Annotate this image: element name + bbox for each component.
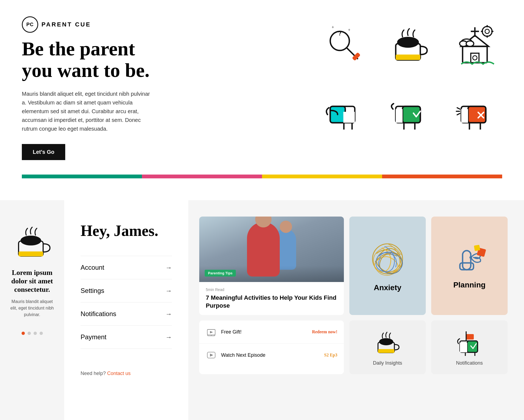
- mailbox-cyan-icon: [322, 87, 366, 131]
- svg-text:+: +: [332, 25, 334, 29]
- svg-rect-35: [468, 106, 486, 123]
- svg-rect-52: [474, 245, 480, 251]
- figure-adult: [247, 222, 280, 277]
- svg-point-23: [466, 41, 474, 46]
- sidebar-tagline: Lorem ipsum dolor sit amet consectetur.: [8, 268, 56, 294]
- mailbox-green-icon: [388, 87, 431, 131]
- svg-rect-26: [343, 112, 355, 123]
- redeem-badge[interactable]: Redeem now!: [312, 329, 337, 334]
- nav-account-arrow: →: [165, 264, 172, 271]
- greeting: Hey, James.: [81, 222, 172, 239]
- parenting-badge: Parenting Tips: [205, 270, 236, 277]
- feature-extras: Free Gift! Redeem now! Watch Next Episod…: [199, 320, 344, 374]
- mailbox-orange-icon: [453, 87, 497, 131]
- feature-card[interactable]: Parenting Tips 5min Read 7 Meaningful Ac…: [199, 217, 344, 315]
- svg-point-8: [397, 37, 419, 48]
- nav-payment[interactable]: Payment →: [81, 326, 172, 349]
- nav-notifications-arrow: →: [165, 310, 172, 318]
- center-nav: Hey, James. Account → Settings → Notific…: [64, 200, 188, 420]
- icon-cell-6: [448, 82, 502, 136]
- svg-point-14: [473, 56, 477, 60]
- icon-cell-3: [448, 16, 502, 71]
- daily-insights-icon: [374, 329, 401, 356]
- svg-rect-13: [471, 53, 479, 63]
- svg-text:+: +: [348, 28, 350, 32]
- feature-card-image: Parenting Tips: [199, 217, 344, 282]
- notifications-icon: [456, 329, 483, 356]
- daily-label: Daily Insights: [373, 360, 402, 366]
- anxiety-ball-icon: [368, 240, 407, 278]
- nav-payment-arrow: →: [165, 334, 172, 341]
- church-icon: [453, 22, 497, 65]
- svg-rect-48: [463, 251, 471, 270]
- icon-cell-4: [317, 82, 371, 136]
- top-section: PC PARENT CUE Be the parent you want to …: [0, 0, 524, 200]
- dot-1[interactable]: [22, 332, 25, 335]
- svg-rect-31: [396, 109, 403, 123]
- episode-text: Watch Next Episode: [221, 352, 324, 358]
- svg-rect-45: [19, 251, 43, 256]
- notifications-card[interactable]: Notifications: [431, 320, 508, 374]
- nav-notifications[interactable]: Notifications →: [81, 302, 172, 326]
- nav-notifications-label: Notifications: [81, 310, 116, 318]
- anxiety-card[interactable]: Anxiety: [349, 217, 426, 315]
- nav-settings-label: Settings: [81, 287, 104, 295]
- planning-svg-icon: [450, 242, 489, 275]
- cards-grid: Parenting Tips 5min Read 7 Meaningful Ac…: [199, 217, 508, 374]
- planning-icon: [450, 242, 489, 275]
- svg-point-50: [469, 256, 472, 259]
- svg-rect-65: [460, 343, 467, 352]
- contact-link[interactable]: Contact us: [107, 371, 130, 376]
- logo-icon: PC: [22, 16, 38, 33]
- nav-payment-label: Payment: [81, 333, 106, 341]
- hero-description: Mauris blandit aliquet elit, eget tincid…: [22, 89, 153, 133]
- svg-point-15: [482, 26, 492, 36]
- carousel-dots: [22, 332, 43, 335]
- icon-cell-2: [382, 16, 437, 71]
- svg-rect-7: [396, 55, 420, 60]
- sidebar-left: Lorem ipsum dolor sit amet consectetur. …: [0, 200, 64, 420]
- anxiety-label: Anxiety: [374, 283, 401, 292]
- stripe-yellow: [262, 175, 382, 178]
- extra-episode[interactable]: Watch Next Episode S2 Ep3: [199, 344, 344, 367]
- color-stripe: [22, 175, 502, 178]
- stripe-green: [22, 175, 142, 178]
- svg-text:?: ?: [338, 30, 341, 37]
- daily-insights-card[interactable]: Daily Insights: [349, 320, 426, 374]
- anxiety-ball: [368, 240, 407, 278]
- coffee-cup-icon: [388, 22, 431, 65]
- planning-card[interactable]: Planning: [431, 217, 508, 315]
- icon-cell-5: [382, 82, 437, 136]
- stripe-orange: [382, 175, 502, 178]
- dot-4[interactable]: [40, 332, 43, 335]
- lets-go-button[interactable]: Let's Go: [22, 144, 65, 160]
- nav-settings[interactable]: Settings →: [81, 279, 172, 302]
- feature-title: 7 Meaningful Activities to Help Your Kid…: [206, 294, 337, 310]
- svg-line-41: [457, 108, 460, 109]
- notifications-label: Notifications: [456, 360, 483, 366]
- bottom-section: Lorem ipsum dolor sit amet consectetur. …: [0, 200, 524, 420]
- icon-cell-1: ? + +: [317, 16, 371, 71]
- hero-icons-grid: ? + +: [317, 16, 502, 136]
- play-icon: [206, 350, 217, 361]
- stripe-pink: [142, 175, 262, 178]
- episode-badge[interactable]: S2 Ep3: [324, 353, 337, 358]
- dot-3[interactable]: [34, 332, 37, 335]
- nav-account-label: Account: [81, 264, 104, 271]
- svg-line-43: [457, 113, 460, 115]
- dot-2[interactable]: [28, 332, 31, 335]
- gift-icon: [206, 326, 217, 337]
- hero-title: Be the parent you want to be.: [22, 38, 153, 81]
- sidebar-coffee-icon: [13, 222, 51, 260]
- extra-gift[interactable]: Free Gift! Redeem now!: [199, 320, 344, 344]
- daily-coffee-icon: [374, 329, 401, 356]
- svg-rect-61: [378, 349, 394, 353]
- svg-rect-38: [461, 109, 468, 123]
- svg-rect-64: [467, 341, 478, 352]
- feature-card-body: 5min Read 7 Meaningful Activities to Hel…: [199, 282, 344, 315]
- svg-rect-68: [466, 334, 474, 340]
- svg-marker-59: [210, 354, 213, 357]
- planning-label: Planning: [453, 281, 486, 289]
- nav-account[interactable]: Account →: [81, 256, 172, 279]
- svg-point-16: [485, 29, 489, 34]
